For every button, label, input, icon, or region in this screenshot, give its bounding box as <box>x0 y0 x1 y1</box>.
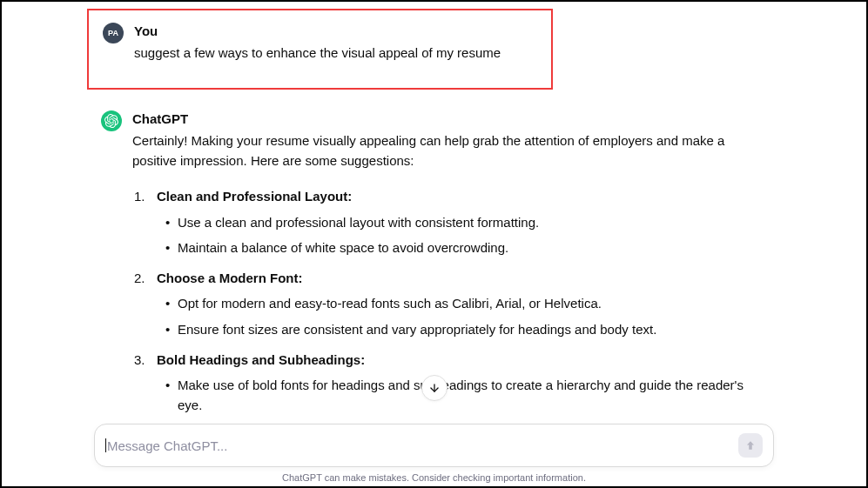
bullet-list: Make use of bold fonts for headings and … <box>157 375 770 416</box>
list-item: Use a clean and professional layout with… <box>165 212 770 232</box>
user-message-highlight: PA You suggest a few ways to enhance the… <box>87 9 553 90</box>
user-message: PA You suggest a few ways to enhance the… <box>103 21 537 64</box>
bullet-list: Opt for modern and easy-to-read fonts su… <box>157 293 770 339</box>
list-item: Clean and Professional Layout: Use a cle… <box>146 186 770 257</box>
text-cursor-icon <box>105 438 106 452</box>
user-message-content: You suggest a few ways to enhance the vi… <box>134 21 537 64</box>
assistant-intro-text: Certainly! Making your resume visually a… <box>132 130 770 171</box>
message-composer[interactable] <box>94 424 774 467</box>
list-item: Opt for modern and easy-to-read fonts su… <box>165 293 770 313</box>
user-avatar: PA <box>103 23 124 43</box>
chat-scroll-area: PA You suggest a few ways to enhance the… <box>2 2 866 424</box>
tip-title: Choose a Modern Font: <box>157 271 303 285</box>
tips-list: Clean and Professional Layout: Use a cle… <box>132 186 770 424</box>
user-message-text: suggest a few ways to enhance the visual… <box>134 43 537 63</box>
list-item: Maintain a balance of white space to avo… <box>165 237 770 257</box>
assistant-avatar <box>101 110 122 131</box>
disclaimer-text: ChatGPT can make mistakes. Consider chec… <box>2 472 866 483</box>
send-button[interactable] <box>738 433 763 458</box>
list-item: Bold Headings and Subheadings: Make use … <box>146 350 770 416</box>
openai-logo-icon <box>104 114 118 128</box>
user-sender-label: You <box>134 21 537 41</box>
assistant-message-content: ChatGPT Certainly! Making your resume vi… <box>132 109 770 424</box>
list-item: Make use of bold fonts for headings and … <box>165 375 770 416</box>
tip-title: Clean and Professional Layout: <box>157 189 352 204</box>
tip-title: Bold Headings and Subheadings: <box>157 352 365 367</box>
composer-area <box>2 424 866 467</box>
message-input[interactable] <box>107 438 738 453</box>
arrow-up-icon <box>744 439 757 451</box>
bullet-list: Use a clean and professional layout with… <box>157 212 770 258</box>
arrow-down-icon <box>428 382 441 394</box>
list-item: Ensure font sizes are consistent and var… <box>165 319 770 339</box>
assistant-sender-label: ChatGPT <box>132 109 770 129</box>
scroll-to-bottom-button[interactable] <box>421 375 447 401</box>
list-item: Choose a Modern Font: Opt for modern and… <box>146 268 770 339</box>
